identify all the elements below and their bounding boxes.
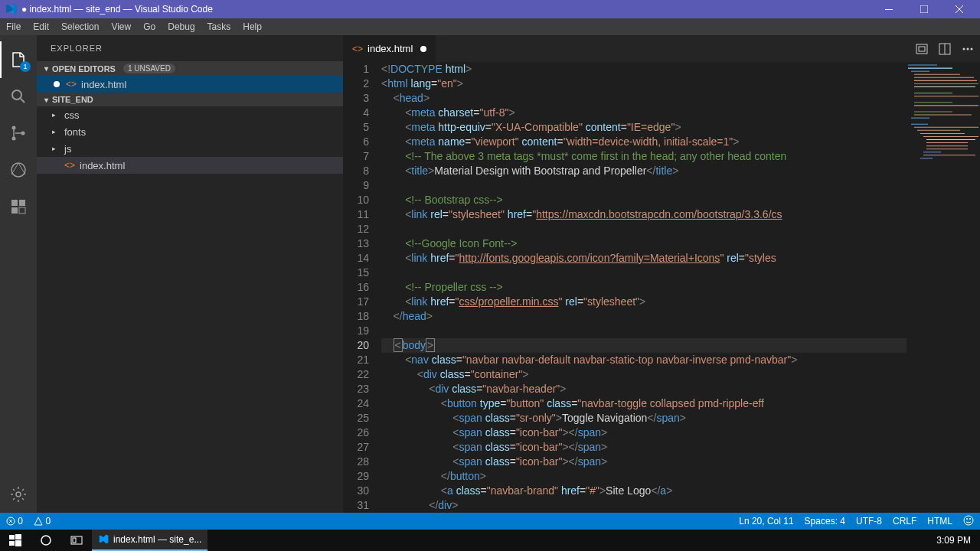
activity-bar: 1 — [0, 35, 37, 513]
menu-file[interactable]: File — [0, 18, 27, 35]
explorer-badge: 1 — [20, 61, 31, 72]
split-editor-icon[interactable] — [939, 43, 951, 55]
html-file-icon: <> — [352, 44, 363, 54]
menu-go[interactable]: Go — [137, 18, 162, 35]
folder-section[interactable]: ▾ SITE_END — [37, 93, 343, 106]
maximize-button[interactable] — [906, 0, 942, 18]
status-language[interactable]: HTML — [927, 516, 952, 527]
window-title: ● index.html — site_end — Visual Studio … — [21, 4, 871, 15]
system-tray[interactable]: 3:09 PM — [927, 530, 980, 551]
status-encoding[interactable]: UTF-8 — [856, 516, 882, 527]
svg-point-11 — [16, 492, 21, 497]
svg-point-5 — [21, 132, 25, 135]
menu-help[interactable]: Help — [237, 18, 268, 35]
svg-rect-12 — [916, 44, 927, 54]
activity-extensions[interactable] — [0, 188, 37, 225]
svg-rect-10 — [19, 207, 25, 214]
menu-edit[interactable]: Edit — [27, 18, 55, 35]
chevron-down-icon: ▾ — [40, 64, 52, 73]
tab-index-html[interactable]: <> index.html — [343, 35, 436, 62]
vscode-logo-icon — [5, 3, 17, 15]
compare-icon[interactable] — [916, 43, 928, 55]
svg-point-18 — [971, 47, 973, 50]
status-warnings[interactable]: 0 — [34, 516, 51, 527]
start-button[interactable] — [0, 530, 31, 551]
svg-point-47 — [964, 516, 973, 525]
minimize-button[interactable] — [871, 0, 906, 18]
window-title-bar: ● index.html — site_end — Visual Studio … — [0, 0, 980, 18]
svg-point-17 — [967, 47, 969, 50]
svg-rect-0 — [885, 9, 893, 10]
status-position[interactable]: Ln 20, Col 11 — [739, 516, 793, 527]
line-gutter: 1234567891011121314151617181920212223242… — [343, 62, 381, 513]
svg-point-16 — [963, 47, 965, 50]
minimap[interactable] — [906, 62, 980, 513]
svg-rect-9 — [11, 207, 18, 214]
tabs-row: <> index.html — [343, 35, 980, 62]
code-content[interactable]: <!DOCTYPE html><html lang="en"> <head> <… — [381, 62, 906, 513]
menu-bar: FileEditSelectionViewGoDebugTasksHelp — [0, 18, 980, 35]
menu-debug[interactable]: Debug — [162, 18, 201, 35]
status-bar: 0 0 Ln 20, Col 11 Spaces: 4 UTF-8 CRLF H… — [0, 513, 980, 530]
activity-search[interactable] — [0, 78, 37, 115]
activity-debug[interactable] — [0, 152, 37, 188]
html-file-icon: <> — [66, 79, 77, 90]
status-eol[interactable]: CRLF — [893, 516, 916, 527]
svg-rect-56 — [73, 538, 76, 543]
svg-rect-51 — [15, 534, 21, 540]
svg-rect-8 — [19, 200, 25, 206]
tree-folder-css[interactable]: ▸css — [37, 106, 343, 123]
chevron-down-icon: ▾ — [40, 96, 52, 104]
svg-rect-13 — [919, 47, 925, 51]
code-editor[interactable]: 1234567891011121314151617181920212223242… — [343, 62, 980, 513]
svg-point-2 — [12, 90, 21, 99]
open-editor-item[interactable]: <> index.html — [37, 76, 343, 93]
more-icon[interactable] — [962, 43, 974, 55]
activity-explorer[interactable]: 1 — [0, 41, 37, 78]
sidebar-title: EXPLORER — [37, 35, 343, 61]
svg-point-4 — [12, 137, 16, 141]
tree-folder-fonts[interactable]: ▸fonts — [37, 123, 343, 140]
svg-point-54 — [41, 536, 51, 545]
activity-settings[interactable] — [0, 476, 37, 513]
chevron-right-icon: ▸ — [52, 145, 61, 152]
tree-folder-js[interactable]: ▸js — [37, 140, 343, 157]
svg-rect-1 — [920, 5, 928, 13]
svg-rect-53 — [15, 540, 21, 546]
status-spaces[interactable]: Spaces: 4 — [805, 516, 845, 527]
status-errors[interactable]: 0 — [6, 516, 23, 527]
close-button[interactable] — [942, 0, 977, 18]
svg-point-48 — [966, 518, 968, 520]
svg-rect-52 — [9, 541, 15, 546]
editor-group: <> index.html 12345678910111213141516171… — [343, 35, 980, 513]
clock: 3:09 PM — [936, 535, 971, 546]
unsaved-badge: 1 UNSAVED — [123, 64, 175, 73]
task-view-button[interactable] — [61, 530, 92, 551]
chevron-right-icon: ▸ — [52, 111, 61, 119]
activity-scm[interactable] — [0, 115, 37, 152]
windows-taskbar: index.html — site_e... 3:09 PM — [0, 530, 980, 551]
vscode-logo-icon — [98, 534, 109, 545]
menu-view[interactable]: View — [105, 18, 137, 35]
side-bar: EXPLORER ▾ OPEN EDITORS 1 UNSAVED <> ind… — [37, 35, 343, 513]
html-file-icon: <> — [64, 160, 75, 171]
dirty-dot-icon — [54, 81, 60, 87]
svg-rect-7 — [11, 200, 18, 206]
taskbar-app-vscode[interactable]: index.html — site_e... — [92, 530, 207, 551]
status-feedback[interactable] — [963, 515, 974, 528]
svg-rect-50 — [9, 535, 15, 540]
menu-selection[interactable]: Selection — [55, 18, 105, 35]
menu-tasks[interactable]: Tasks — [201, 18, 237, 35]
chevron-right-icon: ▸ — [52, 128, 61, 135]
svg-point-3 — [12, 126, 16, 130]
cortana-button[interactable] — [31, 530, 61, 551]
dirty-dot-icon — [420, 46, 426, 52]
tree-file-index-html[interactable]: <>index.html — [37, 157, 343, 174]
svg-point-6 — [11, 163, 25, 177]
svg-point-49 — [969, 518, 971, 520]
open-editors-section[interactable]: ▾ OPEN EDITORS 1 UNSAVED — [37, 61, 343, 76]
